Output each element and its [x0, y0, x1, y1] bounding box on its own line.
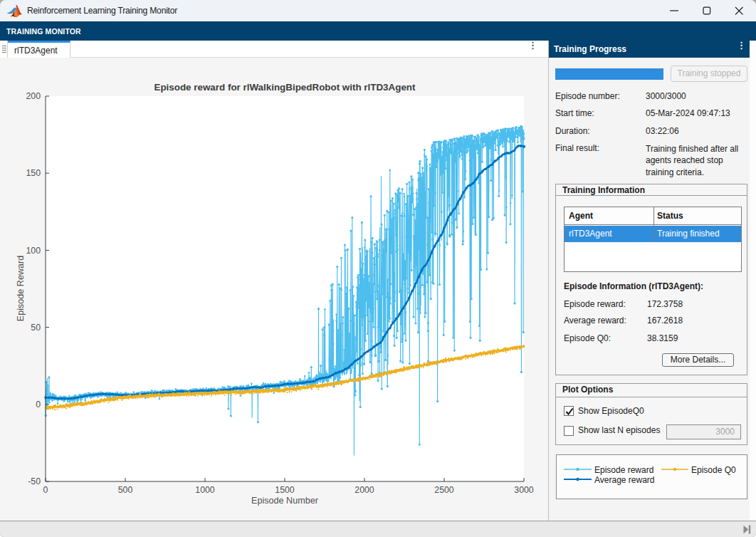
svg-text:200: 200 [26, 91, 41, 101]
svg-text:Episode Reward: Episode Reward [16, 256, 26, 321]
svg-text:2500: 2500 [434, 485, 454, 495]
svg-text:1500: 1500 [275, 485, 295, 495]
svg-text:150: 150 [26, 168, 41, 178]
svg-text:3000: 3000 [514, 485, 534, 495]
svg-text:50: 50 [31, 323, 41, 333]
svg-text:Episode Number: Episode Number [251, 496, 318, 506]
svg-text:2000: 2000 [355, 485, 374, 495]
svg-text:-50: -50 [28, 476, 41, 486]
svg-text:Episode reward for rlWalkingBi: Episode reward for rlWalkingBipedRobot w… [154, 82, 416, 93]
svg-text:1000: 1000 [195, 485, 215, 495]
svg-text:0: 0 [36, 400, 41, 410]
svg-text:100: 100 [26, 246, 41, 256]
svg-text:Episode Q0: Episode Q0 [691, 465, 736, 475]
svg-text:Episode reward: Episode reward [594, 465, 653, 475]
svg-text:500: 500 [118, 485, 133, 495]
svg-text:0: 0 [43, 485, 48, 495]
svg-text:Average reward: Average reward [594, 475, 655, 485]
